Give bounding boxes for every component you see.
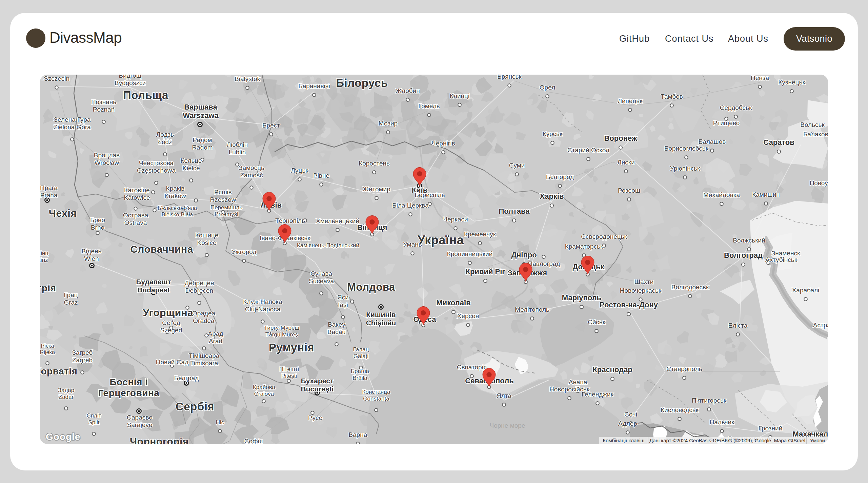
- svg-text:Rzeszów: Rzeszów: [210, 196, 236, 203]
- svg-text:Зелена Гура: Зелена Гура: [54, 116, 91, 123]
- svg-text:Zagreb: Zagreb: [72, 356, 93, 364]
- svg-text:Курськ: Курськ: [543, 130, 563, 137]
- svg-text:Бориспіль: Бориспіль: [415, 191, 445, 198]
- svg-text:Воронеж: Воронеж: [604, 134, 637, 142]
- svg-text:Кисловодськ: Кисловодськ: [661, 406, 699, 413]
- svg-text:Брянськ: Брянськ: [497, 75, 522, 80]
- svg-text:Яси: Яси: [337, 294, 349, 301]
- svg-text:Люблін: Люблін: [227, 141, 248, 148]
- svg-text:Wrocław: Wrocław: [95, 159, 119, 166]
- svg-text:Еліста: Еліста: [728, 322, 748, 329]
- svg-text:Варшава: Варшава: [184, 103, 217, 111]
- svg-text:Radom: Radom: [192, 144, 213, 151]
- svg-text:Pitești: Pitești: [281, 373, 297, 379]
- svg-text:Рівне: Рівне: [313, 172, 329, 179]
- svg-text:Коростень: Коростень: [359, 160, 390, 167]
- svg-text:Сеґед: Сеґед: [162, 319, 180, 326]
- svg-text:Вроцлав: Вроцлав: [94, 152, 120, 159]
- svg-text:Боснія і: Боснія і: [109, 377, 148, 387]
- svg-text:Новий Сад: Новий Сад: [156, 359, 188, 366]
- svg-text:Ртищево: Ртищево: [713, 119, 740, 127]
- svg-text:Єйськ: Єйськ: [588, 318, 606, 326]
- svg-text:Замосць: Замосць: [239, 164, 264, 171]
- svg-text:Пітешті: Пітешті: [279, 366, 299, 372]
- svg-text:Будапешт: Будапешт: [136, 278, 171, 286]
- svg-text:Ялта: Ялта: [497, 392, 511, 399]
- svg-text:Краматорськ: Краматорськ: [565, 243, 603, 250]
- svg-text:Чернігів: Чернігів: [431, 140, 455, 147]
- svg-text:Бухарест: Бухарест: [301, 377, 334, 385]
- svg-text:Острава: Острава: [123, 212, 148, 219]
- svg-text:Praha: Praha: [40, 192, 58, 199]
- svg-text:București: București: [301, 385, 334, 393]
- svg-text:Ростов-на-Дону: Ростов-на-Дону: [600, 301, 658, 309]
- svg-text:Клуж-Напока: Клуж-Напока: [243, 298, 282, 305]
- svg-text:Хорватія: Хорватія: [40, 366, 77, 376]
- svg-text:Суми: Суми: [509, 162, 525, 169]
- svg-text:Румунія: Румунія: [269, 341, 314, 354]
- svg-text:Сочі: Сочі: [624, 411, 637, 418]
- svg-text:Poznań: Poznań: [93, 106, 115, 113]
- svg-text:Брно: Брно: [90, 216, 105, 224]
- svg-text:Знаменск: Знаменск: [771, 250, 800, 257]
- svg-text:Михайловка: Михайловка: [703, 191, 740, 198]
- svg-text:Гомель: Гомель: [418, 102, 440, 110]
- svg-text:Ахтубінськ: Ахтубінськ: [765, 256, 798, 263]
- svg-text:Волжський: Волжський: [733, 237, 765, 244]
- svg-text:Умови: Умови: [810, 438, 825, 443]
- svg-text:Дніпро: Дніпро: [511, 251, 537, 259]
- svg-text:Євпаторія: Євпаторія: [457, 364, 487, 371]
- svg-text:Урюпінськ: Урюпінськ: [670, 165, 700, 172]
- svg-text:Craiova: Craiova: [254, 391, 274, 397]
- svg-text:Katowice: Katowice: [124, 194, 150, 201]
- svg-text:Дебрецен: Дебрецен: [185, 279, 214, 287]
- svg-text:Катовіце: Катовіце: [124, 187, 150, 194]
- svg-text:Угорщина: Угорщина: [143, 307, 194, 318]
- svg-text:Біла Церква: Біла Церква: [392, 202, 429, 209]
- svg-text:Тернопіль: Тернопіль: [275, 217, 305, 224]
- svg-text:Graz: Graz: [64, 299, 78, 306]
- svg-text:Маріуполь: Маріуполь: [562, 293, 601, 302]
- svg-text:Адлер: Адлер: [618, 420, 637, 427]
- svg-text:Борисоглєбськ: Борисоглєбськ: [664, 145, 709, 152]
- svg-text:Suceava: Suceava: [309, 277, 334, 285]
- svg-text:Краків: Краків: [166, 185, 185, 192]
- svg-text:Анапа: Анапа: [569, 379, 587, 386]
- svg-text:Szeged: Szeged: [160, 327, 182, 334]
- svg-text:Арад: Арад: [208, 330, 223, 337]
- svg-text:Вольськ: Вольськ: [800, 121, 825, 128]
- svg-text:Хмельницький: Хмельницький: [316, 217, 359, 225]
- svg-text:Przemyśl: Przemyśl: [215, 211, 238, 217]
- svg-text:Лінц: Лінц: [40, 250, 48, 256]
- svg-text:Познань: Познань: [91, 98, 116, 105]
- svg-text:Мозир: Мозир: [379, 120, 398, 127]
- svg-text:Задар: Задар: [58, 387, 75, 393]
- svg-text:Орадеа: Орадеа: [192, 310, 216, 317]
- svg-text:Łódź: Łódź: [158, 138, 172, 146]
- svg-text:Харків: Харків: [540, 192, 564, 200]
- svg-text:Дані карт ©2024 GeoBasis-DE/BK: Дані карт ©2024 GeoBasis-DE/BKG (©2009),…: [649, 438, 805, 443]
- svg-text:Відень: Відень: [82, 248, 102, 255]
- svg-text:Кузнецьк: Кузнецьк: [778, 79, 805, 86]
- svg-text:Białystok: Białystok: [235, 75, 261, 82]
- svg-text:Нальчик: Нальчик: [710, 419, 735, 426]
- svg-text:Перемишль: Перемишль: [210, 204, 242, 211]
- svg-text:Chișinău: Chișinău: [366, 319, 396, 327]
- svg-text:Белград: Белград: [174, 374, 199, 382]
- svg-text:Черкаси: Черкаси: [443, 216, 468, 223]
- svg-text:Україна: Україна: [418, 233, 464, 247]
- svg-text:Brăila: Brăila: [352, 375, 367, 381]
- svg-text:Ужгород: Ужгород: [231, 248, 256, 255]
- svg-text:Русе: Русе: [308, 414, 322, 421]
- svg-text:Google: Google: [46, 431, 80, 442]
- svg-text:Debrecen: Debrecen: [185, 287, 213, 294]
- svg-text:Грозний: Грозний: [759, 425, 783, 432]
- svg-text:Херсон: Херсон: [457, 312, 479, 320]
- svg-text:Zielona Góra: Zielona Góra: [54, 123, 91, 131]
- svg-text:Саратов: Саратов: [763, 138, 794, 147]
- svg-text:Сербія: Сербія: [176, 400, 214, 413]
- svg-text:Târgu Mureș: Târgu Mureș: [265, 331, 298, 338]
- svg-text:Кривий Ріг: Кривий Ріг: [465, 267, 505, 276]
- svg-text:Луцьк: Луцьк: [291, 167, 308, 174]
- svg-text:Сердобськ: Сердобськ: [720, 104, 752, 111]
